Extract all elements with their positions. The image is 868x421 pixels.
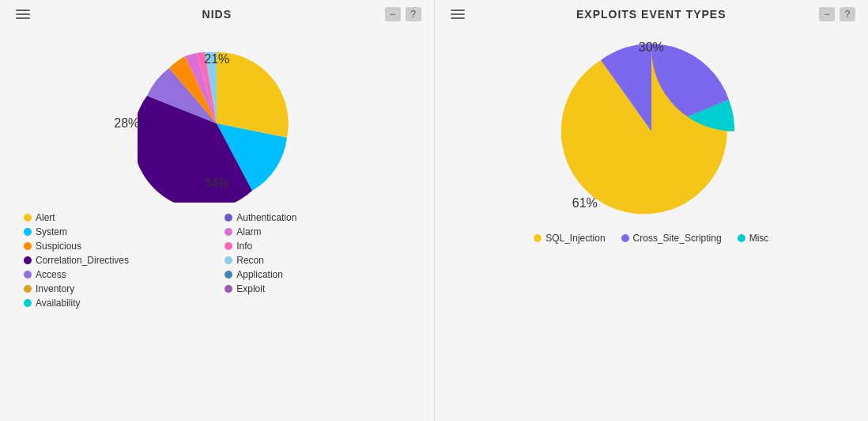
- legend-item-correlation: Correlation_Directives: [24, 255, 209, 266]
- legend-dot-access: [24, 271, 32, 279]
- legend-item-misc: Misc: [738, 233, 769, 244]
- exploits-body: 30% 61% SQL_Injection Cross_Site_Scripti…: [435, 28, 869, 421]
- nids-minimize-button[interactable]: −: [385, 7, 401, 21]
- legend-item-exploit: Exploit: [225, 283, 409, 294]
- nids-body: 21% 28% 34% Alert Authentication System …: [0, 28, 434, 421]
- nids-pct-21: 21%: [204, 52, 229, 66]
- legend-dot-exploit: [225, 285, 232, 293]
- nids-legend: Alert Authentication System Alarm Suspic…: [8, 203, 426, 318]
- exploits-panel: EXPLOITS EVENT TYPES − ? 30% 61%: [434, 0, 869, 421]
- legend-label-misc: Misc: [749, 233, 769, 244]
- nids-panel: NIDS − ?: [0, 0, 434, 421]
- exploits-legend: SQL_Injection Cross_Site_Scripting Misc: [443, 226, 861, 250]
- legend-dot-alert: [24, 214, 32, 222]
- legend-item-authentication: Authentication: [225, 212, 409, 223]
- nids-pct-34: 34%: [204, 176, 229, 191]
- legend-item-alert: Alert: [24, 212, 209, 223]
- nids-help-button[interactable]: ?: [406, 7, 421, 21]
- nids-header: NIDS − ?: [0, 0, 434, 28]
- legend-label-application: Application: [236, 269, 283, 280]
- legend-label-availability: Availability: [36, 298, 80, 309]
- legend-dot-inventory: [24, 285, 32, 293]
- legend-dot-suspicious: [24, 242, 32, 250]
- legend-dot-system: [24, 228, 32, 236]
- legend-dot-application: [225, 271, 232, 279]
- legend-item-availability: Availability: [24, 298, 209, 309]
- legend-label-access: Access: [36, 269, 66, 280]
- legend-item-inventory: Inventory: [24, 283, 209, 294]
- legend-label-correlation: Correlation_Directives: [36, 255, 129, 266]
- legend-dot-correlation: [24, 256, 32, 264]
- exploits-pct-30: 30%: [639, 40, 664, 55]
- legend-dot-xss: [621, 234, 629, 242]
- nids-menu-icon[interactable]: [13, 6, 33, 22]
- exploits-pct-61: 61%: [572, 196, 598, 210]
- legend-label-xss: Cross_Site_Scripting: [633, 233, 722, 244]
- legend-dot-info: [225, 242, 232, 250]
- legend-dot-recon: [225, 256, 232, 264]
- exploits-header: EXPLOITS EVENT TYPES − ?: [435, 0, 869, 28]
- legend-label-alarm: Alarm: [236, 226, 261, 237]
- legend-label-alert: Alert: [36, 212, 55, 223]
- legend-item-recon: Recon: [225, 255, 409, 266]
- nids-chart: 21% 28% 34%: [138, 44, 296, 203]
- legend-label-authentication: Authentication: [236, 212, 296, 223]
- nids-title: NIDS: [202, 8, 232, 21]
- legend-item-access: Access: [24, 269, 209, 280]
- exploits-chart: 30% 61%: [557, 36, 746, 226]
- legend-item-xss: Cross_Site_Scripting: [621, 233, 722, 244]
- legend-item-system: System: [24, 226, 209, 237]
- legend-label-recon: Recon: [236, 255, 264, 266]
- exploits-help-button[interactable]: ?: [840, 7, 855, 21]
- legend-dot-alarm: [225, 228, 232, 236]
- legend-item-info: Info: [225, 241, 409, 252]
- legend-label-info: Info: [236, 241, 252, 252]
- legend-label-exploit: Exploit: [236, 283, 265, 294]
- legend-dot-misc: [738, 234, 745, 242]
- legend-item-alarm: Alarm: [225, 226, 409, 237]
- exploits-minimize-button[interactable]: −: [819, 7, 835, 21]
- exploits-controls: − ?: [819, 7, 855, 21]
- nids-pct-28: 28%: [114, 116, 139, 131]
- legend-dot-availability: [24, 299, 32, 307]
- legend-item-suspicious: Suspicious: [24, 241, 209, 252]
- legend-label-system: System: [36, 226, 67, 237]
- exploits-title: EXPLOITS EVENT TYPES: [576, 8, 726, 21]
- legend-label-inventory: Inventory: [36, 283, 74, 294]
- nids-controls: − ?: [385, 7, 421, 21]
- legend-item-application: Application: [225, 269, 409, 280]
- legend-label-sql: SQL_Injection: [545, 233, 605, 244]
- exploits-menu-icon[interactable]: [447, 6, 468, 22]
- legend-label-suspicious: Suspicious: [36, 241, 81, 252]
- legend-dot-authentication: [225, 214, 232, 222]
- legend-item-sql: SQL_Injection: [534, 233, 605, 244]
- legend-dot-sql: [534, 234, 542, 242]
